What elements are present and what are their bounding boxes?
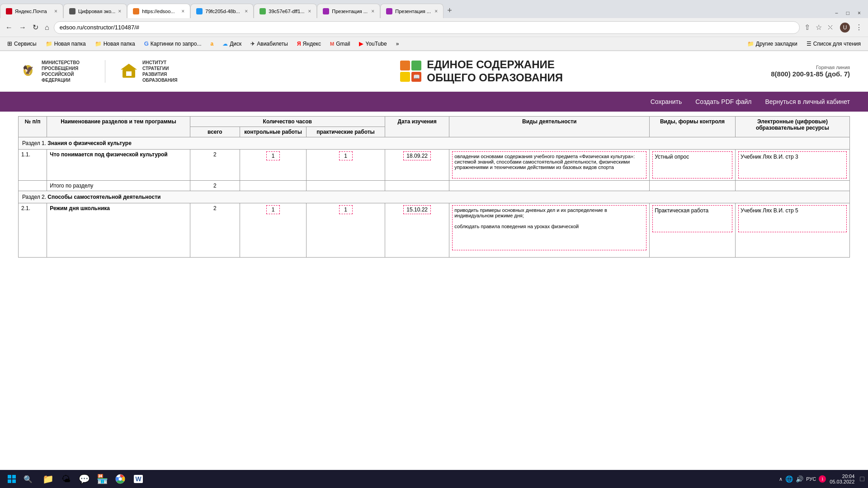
- tab-favicon-2: [69, 8, 75, 14]
- show-desktop-button[interactable]: □: [860, 475, 864, 483]
- cell-date-2-1[interactable]: 15.10.22: [385, 203, 449, 258]
- bookmark-gmail[interactable]: M Gmail: [326, 40, 354, 48]
- nav-save[interactable]: Сохранить: [651, 98, 682, 105]
- bookmark-services[interactable]: ⊞ Сервисы: [4, 39, 40, 48]
- bookmark-avia[interactable]: ✈ Авиабилеты: [247, 40, 292, 48]
- plane-icon: ✈: [250, 41, 255, 47]
- control-hours-input-1-1[interactable]: 1: [266, 151, 280, 160]
- activities-input-1-1[interactable]: овладении основами содержания учебного п…: [452, 151, 646, 178]
- tab-favicon-3: [133, 8, 139, 14]
- ministry-eagle-icon: 🦅: [18, 61, 38, 81]
- cell-activities-2-1[interactable]: приводить примеры основных дневных дел и…: [449, 203, 650, 258]
- date-input-2-1[interactable]: 15.10.22: [403, 205, 431, 214]
- search-button[interactable]: 🔍: [20, 471, 36, 487]
- notification-badge[interactable]: 1: [819, 475, 826, 483]
- cell-practice-hours-1-1[interactable]: 1: [307, 150, 385, 181]
- bookmark-other[interactable]: 📁 Другие закладки: [744, 40, 801, 48]
- share-icon[interactable]: ⇧: [802, 21, 812, 33]
- volume-icon[interactable]: 🔊: [796, 475, 803, 483]
- bookmark-folder-2[interactable]: 📁 Новая папка: [91, 40, 139, 48]
- tab-close-5[interactable]: ×: [308, 8, 311, 14]
- practice-hours-input-2-1[interactable]: 1: [339, 205, 353, 214]
- tab-presentation2[interactable]: Презентация ... ×: [380, 4, 443, 18]
- bookmark-yandex[interactable]: Я Яндекс: [293, 40, 325, 48]
- forward-button[interactable]: →: [17, 22, 28, 33]
- extensions-icon[interactable]: ⛌: [826, 22, 836, 33]
- logo-divider: [105, 60, 105, 83]
- control-type-input-2-1[interactable]: Практическая работа: [652, 205, 732, 232]
- taskbar-store[interactable]: 🏪: [94, 471, 110, 487]
- tab-yandex-mail[interactable]: Яндекс.Почта ×: [0, 4, 63, 18]
- cell-resource-1-1[interactable]: Учебник Лях В.И. стр 3: [735, 150, 849, 181]
- chevron-up-icon[interactable]: ∧: [779, 476, 783, 482]
- close-button[interactable]: ×: [854, 8, 864, 18]
- tab-39c5[interactable]: 39c57e67-dff1... ×: [254, 4, 317, 18]
- header-hours-total: всего: [190, 127, 240, 137]
- cell-practice-hours-2-1[interactable]: 1: [307, 203, 385, 258]
- tab-presentation1[interactable]: Презентация ... ×: [317, 4, 380, 18]
- bookmark-star-icon[interactable]: ☆: [814, 21, 824, 33]
- nav-cabinet[interactable]: Вернуться в личный кабинет: [765, 98, 850, 105]
- site-title-line2: ОБЩЕГО ОБРАЗОВАНИЯ: [427, 71, 563, 84]
- taskbar-widget[interactable]: 🌤: [58, 471, 74, 487]
- navigation-bar: ← → ↻ ⌂ ⇧ ☆ ⛌ U ⋮: [0, 18, 868, 37]
- date-input-1-1[interactable]: 18.09.22: [403, 151, 431, 160]
- tab-79fc[interactable]: 79fc205d-48b... ×: [190, 4, 254, 18]
- resource-input-2-1[interactable]: Учебник Лях В.И. стр 5: [738, 205, 847, 232]
- taskbar-file-explorer[interactable]: 📁: [40, 471, 56, 487]
- tab-close-7[interactable]: ×: [434, 8, 438, 14]
- tab-title-2: Цифровая эко...: [78, 9, 115, 14]
- maximize-button[interactable]: □: [843, 8, 853, 18]
- lang-indicator[interactable]: РУС: [806, 476, 816, 482]
- total-hours: 2: [190, 181, 240, 191]
- activities-input-2-1[interactable]: приводить примеры основных дневных дел и…: [452, 205, 646, 250]
- taskbar-chrome[interactable]: [112, 471, 128, 487]
- tab-close-1[interactable]: ×: [54, 8, 57, 14]
- total-empty-1: [240, 181, 307, 191]
- nav-pdf[interactable]: Создать PDF файл: [695, 98, 751, 105]
- hotline-label: Горячая линия: [771, 65, 850, 70]
- cell-resource-2-1[interactable]: Учебник Лях В.И. стр 5: [735, 203, 849, 258]
- cell-activities-1-1[interactable]: овладении основами содержания учебного п…: [449, 150, 650, 181]
- back-button[interactable]: ←: [4, 22, 14, 33]
- cell-control-hours-1-1[interactable]: 1: [240, 150, 307, 181]
- svg-rect-4: [126, 71, 132, 76]
- control-type-input-1-1[interactable]: Устный опрос: [652, 151, 732, 178]
- home-button[interactable]: ⌂: [43, 22, 51, 33]
- tab-close-6[interactable]: ×: [371, 8, 374, 14]
- bookmark-disk[interactable]: ☁ Диск: [219, 40, 245, 48]
- bookmark-more[interactable]: »: [392, 40, 403, 48]
- bookmark-ok[interactable]: а: [207, 40, 217, 48]
- total-label: Итого по разделу: [47, 181, 190, 191]
- taskbar-word[interactable]: W: [130, 471, 146, 487]
- practice-hours-input-1-1[interactable]: 1: [339, 151, 353, 160]
- tab-close-4[interactable]: ×: [245, 8, 248, 14]
- network-icon[interactable]: 🌐: [785, 475, 793, 483]
- tab-close-2[interactable]: ×: [118, 8, 121, 14]
- total-label-cell: [19, 181, 47, 191]
- menu-icon[interactable]: ⋮: [854, 21, 864, 33]
- tab-close-3[interactable]: ×: [181, 8, 184, 14]
- header-logos: 🦅 МИНИСТЕРСТВО ПРОСВЕЩЕНИЯ РОССИЙСКОЙ ФЕ…: [18, 60, 192, 83]
- bookmark-google[interactable]: G Картинки по запро...: [141, 39, 205, 48]
- reading-list-icon: ☰: [807, 41, 811, 47]
- cell-control-type-2-1[interactable]: Практическая работа: [650, 203, 736, 258]
- tab-edsoo[interactable]: https://edsoo... ×: [127, 4, 190, 18]
- refresh-button[interactable]: ↻: [31, 21, 40, 33]
- start-button[interactable]: [4, 471, 20, 487]
- control-hours-input-2-1[interactable]: 1: [266, 205, 280, 214]
- profile-icon[interactable]: U: [838, 21, 852, 34]
- tab-digital[interactable]: Цифровая эко... ×: [63, 4, 127, 18]
- taskbar-teams[interactable]: 💬: [76, 471, 92, 487]
- cell-control-hours-2-1[interactable]: 1: [240, 203, 307, 258]
- site-navigation: Сохранить Создать PDF файл Вернуться в л…: [0, 92, 868, 112]
- cell-control-type-1-1[interactable]: Устный опрос: [650, 150, 736, 181]
- bookmark-reading-list[interactable]: ☰ Список для чтения: [803, 40, 864, 48]
- bookmark-youtube[interactable]: ▶ YouTube: [355, 39, 390, 48]
- address-bar[interactable]: [54, 21, 800, 34]
- resource-input-1-1[interactable]: Учебник Лях В.И. стр 3: [738, 151, 847, 178]
- cell-date-1-1[interactable]: 18.09.22: [385, 150, 449, 181]
- new-tab-button[interactable]: +: [443, 4, 456, 17]
- minimize-button[interactable]: −: [831, 8, 842, 18]
- bookmark-folder-1[interactable]: 📁 Новая папка: [42, 40, 90, 48]
